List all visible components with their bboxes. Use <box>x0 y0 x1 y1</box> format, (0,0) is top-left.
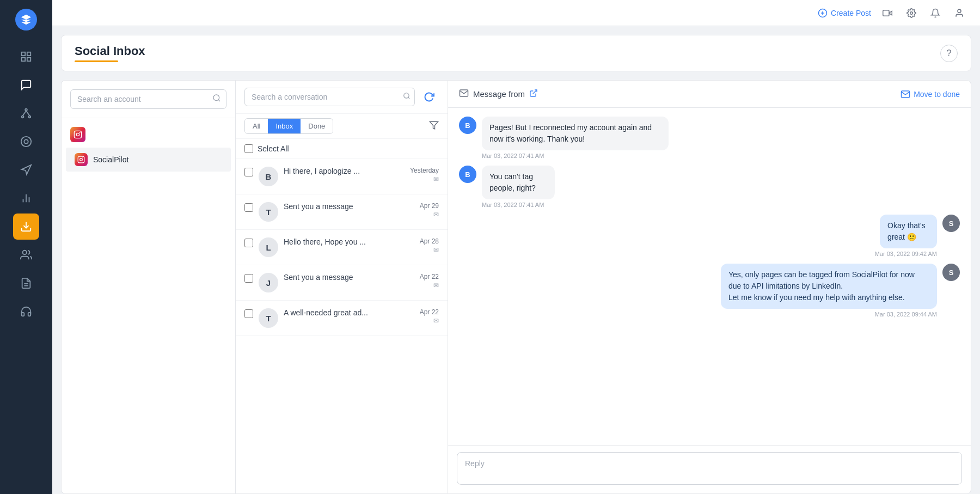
conv-preview-4: A well-needed great ad... <box>284 308 414 317</box>
conversation-item[interactable]: T A well-needed great ad... Apr 22 ✉ <box>236 301 448 336</box>
account-name-socialpilot: SocialPilot <box>93 155 128 164</box>
main-content: Create Post Soc <box>52 0 980 494</box>
conversation-item[interactable]: B Hi there, I apologize ... Yesterday ✉ <box>236 159 448 194</box>
instagram-icon <box>70 127 85 142</box>
conv-preview-1: Sent you a message <box>284 202 414 211</box>
sidebar-item-team[interactable] <box>13 242 39 268</box>
search-conversation-input[interactable] <box>244 88 415 106</box>
conv-checkbox-4[interactable] <box>244 309 253 318</box>
conv-email-icon-2: ✉ <box>420 246 439 254</box>
conv-meta-2: Apr 28 ✉ <box>420 237 439 254</box>
accounts-search <box>62 81 235 118</box>
gear-icon[interactable] <box>904 5 919 21</box>
sidebar-item-social-inbox[interactable] <box>13 72 39 98</box>
message-bubble-2: Okay that's great 🙂 <box>880 215 937 248</box>
svg-point-29 <box>79 132 81 133</box>
conv-avatar-4: T <box>259 308 278 328</box>
conv-body-3: Sent you a message <box>284 273 414 282</box>
reply-area <box>448 445 971 493</box>
message-avatar-0: B <box>459 117 476 134</box>
svg-line-34 <box>408 97 410 99</box>
msg-group-1: You can't tag people, right? Mar 03, 202… <box>482 166 589 208</box>
message-time-3: Mar 03, 2022 09:44 AM <box>875 311 937 318</box>
svg-point-31 <box>80 158 83 161</box>
select-all-row: Select All <box>236 139 448 159</box>
message-bubble-3: Yes, only pages can be tagged from Socia… <box>721 264 937 309</box>
account-platform-icon <box>75 153 88 166</box>
svg-marker-35 <box>430 121 438 129</box>
conv-checkbox-1[interactable] <box>244 203 253 212</box>
filter-icon[interactable] <box>429 120 439 132</box>
conversation-item[interactable]: J Sent you a message Apr 22 ✉ <box>236 265 448 301</box>
columns-wrapper: SocialPilot <box>61 80 971 494</box>
conv-checkbox-2[interactable] <box>244 239 253 247</box>
sidebar-item-content[interactable] <box>13 270 39 296</box>
sidebar-item-support[interactable] <box>13 298 39 325</box>
svg-rect-27 <box>74 131 81 138</box>
message-bubble-1: You can't tag people, right? <box>482 166 555 199</box>
sidebar-item-dashboard[interactable] <box>13 44 39 70</box>
conversations-search-bar <box>236 81 448 114</box>
search-account-input[interactable] <box>70 89 226 109</box>
conversation-item[interactable]: T Sent you a message Apr 29 ✉ <box>236 194 448 230</box>
conv-date-2: Apr 28 <box>420 237 439 245</box>
svg-point-24 <box>958 9 961 13</box>
video-icon[interactable] <box>880 5 895 21</box>
svg-point-28 <box>76 133 79 136</box>
svg-line-7 <box>23 111 26 115</box>
sidebar-item-downloads[interactable] <box>13 214 39 240</box>
user-icon[interactable] <box>952 5 967 21</box>
sidebar-item-analytics[interactable] <box>13 185 39 211</box>
page-title-section: Social Inbox <box>75 44 145 62</box>
account-search-wrap <box>70 89 226 109</box>
reply-input[interactable] <box>457 452 962 485</box>
conv-checkbox-0[interactable] <box>244 168 253 176</box>
tab-done[interactable]: Done <box>301 119 333 133</box>
envelope-icon <box>459 88 469 100</box>
conv-body-4: A well-needed great ad... <box>284 308 414 317</box>
accounts-column: SocialPilot <box>61 80 235 494</box>
message-avatar-3: S <box>942 264 960 281</box>
message-from-label: Message from <box>473 89 525 99</box>
conv-avatar-0: B <box>259 167 278 186</box>
logo[interactable] <box>15 9 37 31</box>
svg-point-10 <box>24 139 28 143</box>
search-icon <box>212 94 221 105</box>
conversations-column: All Inbox Done Select All B Hi there, <box>235 80 448 494</box>
sidebar-item-monitoring[interactable] <box>13 129 39 155</box>
msg-group-0: Pages! But I reconnected my account agai… <box>482 117 757 159</box>
svg-point-25 <box>213 95 219 101</box>
accounts-list: SocialPilot <box>62 118 235 493</box>
conv-meta-0: Yesterday ✉ <box>410 167 439 183</box>
conv-date-1: Apr 29 <box>420 202 439 210</box>
conv-meta-1: Apr 29 ✉ <box>420 202 439 218</box>
conversation-item[interactable]: L Hello there, Hope you ... Apr 28 ✉ <box>236 230 448 265</box>
sidebar-item-network[interactable] <box>13 100 39 126</box>
message-from-section: Message from <box>459 88 538 100</box>
svg-point-6 <box>29 116 31 118</box>
external-link-icon[interactable] <box>529 89 538 99</box>
conv-date-3: Apr 22 <box>420 273 439 280</box>
svg-line-8 <box>26 111 29 115</box>
conv-checkbox-3[interactable] <box>244 274 253 283</box>
tab-all[interactable]: All <box>245 119 268 133</box>
topbar: Create Post <box>52 0 980 26</box>
select-all-checkbox[interactable] <box>244 144 253 153</box>
refresh-button[interactable] <box>419 87 439 107</box>
create-post-button[interactable]: Create Post <box>818 8 871 18</box>
svg-rect-1 <box>27 52 30 56</box>
conv-body-1: Sent you a message <box>284 202 414 211</box>
sidebar-item-campaigns[interactable] <box>13 157 39 183</box>
message-row: B You can't tag people, right? Mar 03, 2… <box>459 166 960 208</box>
sidebar <box>0 0 52 494</box>
message-header: Message from Move to done <box>448 81 971 108</box>
bell-icon[interactable] <box>928 5 943 21</box>
conv-avatar-2: L <box>259 237 278 257</box>
account-item-socialpilot[interactable]: SocialPilot <box>66 148 231 172</box>
svg-rect-3 <box>27 58 30 61</box>
help-icon[interactable]: ? <box>940 45 958 62</box>
conv-date-4: Apr 22 <box>420 308 439 316</box>
page-title-underline <box>75 60 118 62</box>
tab-inbox[interactable]: Inbox <box>268 119 301 133</box>
move-to-done-button[interactable]: Move to done <box>901 89 960 99</box>
